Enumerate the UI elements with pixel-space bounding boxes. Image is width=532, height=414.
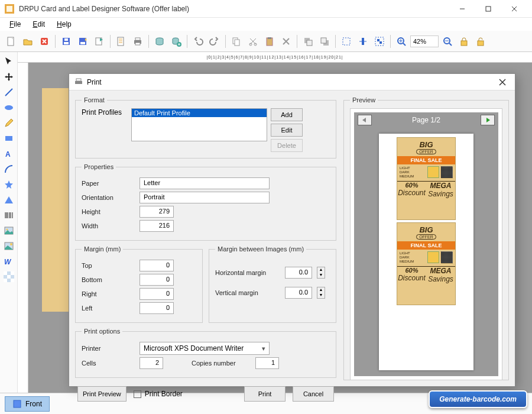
height-field[interactable]: 279 — [140, 206, 174, 218]
label-mega: MEGA — [430, 182, 452, 190]
svg-text:W: W — [4, 258, 12, 266]
menu-edit[interactable]: Edit — [28, 18, 50, 30]
paper-field[interactable]: Letter — [140, 177, 270, 189]
label-savings: Savings — [428, 275, 453, 283]
width-field[interactable]: 216 — [140, 220, 174, 232]
print-preview-button[interactable]: Print Preview — [77, 386, 126, 402]
label-discount-word: Discount — [398, 189, 426, 197]
cancel-button[interactable]: Cancel — [293, 386, 334, 402]
prev-page-button[interactable] — [358, 115, 372, 125]
svg-line-41 — [5, 89, 12, 96]
add-profile-button[interactable]: Add — [271, 108, 303, 121]
close-window-button[interactable] — [501, 1, 527, 17]
margin-bottom-field[interactable]: 0 — [140, 274, 174, 286]
image-tool-icon[interactable] — [2, 224, 16, 238]
svg-point-48 — [10, 243, 12, 245]
zoom-value[interactable]: 42% — [410, 35, 439, 47]
save-icon[interactable] — [59, 34, 74, 49]
star-tool-icon[interactable] — [2, 177, 16, 192]
next-page-button[interactable] — [481, 115, 495, 125]
h-margin-stepper[interactable]: ▲▼ — [317, 267, 325, 279]
properties-legend: Properties — [82, 163, 116, 170]
pencil-tool-icon[interactable] — [2, 116, 16, 130]
new-icon[interactable] — [4, 34, 19, 49]
barcode-tool-icon[interactable] — [2, 208, 16, 222]
open-icon[interactable] — [20, 34, 35, 49]
minimize-button[interactable] — [449, 1, 475, 17]
properties-icon[interactable] — [113, 34, 129, 49]
delete-profile-button[interactable]: Delete — [271, 139, 303, 152]
select-all-icon[interactable] — [339, 34, 354, 49]
label-final-text: FINAL SALE — [397, 241, 455, 250]
arc-tool-icon[interactable] — [2, 162, 16, 176]
print-border-checkbox[interactable]: Print Border — [134, 390, 183, 398]
print-icon[interactable] — [130, 34, 145, 49]
label-savings: Savings — [428, 190, 453, 198]
delete-icon[interactable] — [278, 34, 294, 49]
paste-icon[interactable] — [262, 34, 277, 49]
wordart-tool-icon[interactable]: W — [2, 254, 16, 269]
properties-group: Properties PaperLetter OrientationPortra… — [75, 163, 336, 241]
cells-field[interactable]: 2 — [140, 357, 163, 369]
redo-icon[interactable] — [207, 34, 222, 49]
tab-icon — [12, 399, 22, 409]
shirt-icon — [427, 166, 439, 178]
svg-rect-43 — [5, 136, 12, 141]
close-icon[interactable] — [37, 34, 52, 49]
saveas-icon[interactable] — [75, 34, 90, 49]
label-variants: LIGHTDARKMEDIUM — [400, 251, 426, 264]
triangle-tool-icon[interactable] — [2, 193, 16, 207]
unlock-icon[interactable] — [473, 34, 488, 49]
printer-dropdown[interactable]: Microsoft XPS Document Writer — [140, 342, 270, 355]
h-margin-field[interactable]: 0.0 — [285, 267, 312, 279]
edit-profile-button[interactable]: Edit — [271, 124, 303, 137]
svg-rect-57 — [76, 79, 81, 81]
line-tool-icon[interactable] — [2, 85, 16, 99]
maximize-button[interactable] — [475, 1, 501, 17]
v-margin-field[interactable]: 0.0 — [285, 287, 312, 299]
cut-icon[interactable] — [245, 34, 261, 49]
align-icon[interactable] — [355, 34, 371, 49]
transparency-tool-icon[interactable] — [2, 270, 16, 284]
lock-icon[interactable] — [456, 34, 472, 49]
zoom-in-icon[interactable] — [394, 34, 409, 49]
print-dialog: Print Format Print Profiles Default Prin… — [69, 73, 515, 387]
paper-label: Paper — [82, 180, 135, 187]
move-tool-icon[interactable] — [2, 70, 16, 84]
margin-right-field[interactable]: 0 — [140, 288, 174, 300]
orientation-field[interactable]: Portrait — [140, 192, 270, 203]
undo-icon[interactable] — [190, 34, 206, 49]
imagelib-tool-icon[interactable] — [2, 239, 16, 253]
svg-rect-55 — [11, 279, 14, 282]
database-add-icon[interactable] — [168, 34, 184, 49]
copy-icon[interactable] — [229, 34, 244, 49]
tab-front[interactable]: Front — [5, 396, 50, 412]
profiles-list[interactable]: Default Print Profile — [131, 108, 267, 141]
print-button[interactable]: Print — [244, 386, 286, 402]
ellipse-tool-icon[interactable] — [2, 101, 16, 115]
label-variants: LIGHTDARKMEDIUM — [400, 166, 426, 179]
pointer-tool-icon[interactable] — [2, 54, 16, 69]
orientation-label: Orientation — [82, 194, 135, 201]
dialog-close-button[interactable] — [495, 76, 510, 89]
export-icon[interactable] — [92, 34, 107, 49]
preview-panel: Page 1/2 BIG OFFER FINAL SALE — [350, 108, 502, 380]
database-icon[interactable] — [152, 34, 167, 49]
svg-rect-15 — [118, 37, 124, 46]
profile-item-selected[interactable]: Default Print Profile — [132, 109, 267, 117]
margin-left-field[interactable]: 0 — [140, 302, 174, 314]
svg-point-42 — [5, 105, 13, 110]
bring-front-icon[interactable] — [300, 34, 316, 49]
rect-tool-icon[interactable] — [2, 131, 16, 145]
preview-legend: Preview — [350, 96, 378, 104]
zoom-out-icon[interactable] — [440, 34, 455, 49]
menu-help[interactable]: Help — [52, 18, 76, 30]
text-tool-icon[interactable]: A — [2, 147, 16, 161]
menu-file[interactable]: File — [5, 18, 25, 30]
preview-label-1: BIG OFFER FINAL SALE LIGHTDARKMEDIUM — [397, 137, 456, 220]
group-icon[interactable] — [372, 34, 387, 49]
v-margin-stepper[interactable]: ▲▼ — [317, 287, 325, 299]
send-back-icon[interactable] — [317, 34, 332, 49]
margin-top-field[interactable]: 0 — [140, 260, 174, 271]
copies-field[interactable]: 1 — [255, 357, 279, 369]
